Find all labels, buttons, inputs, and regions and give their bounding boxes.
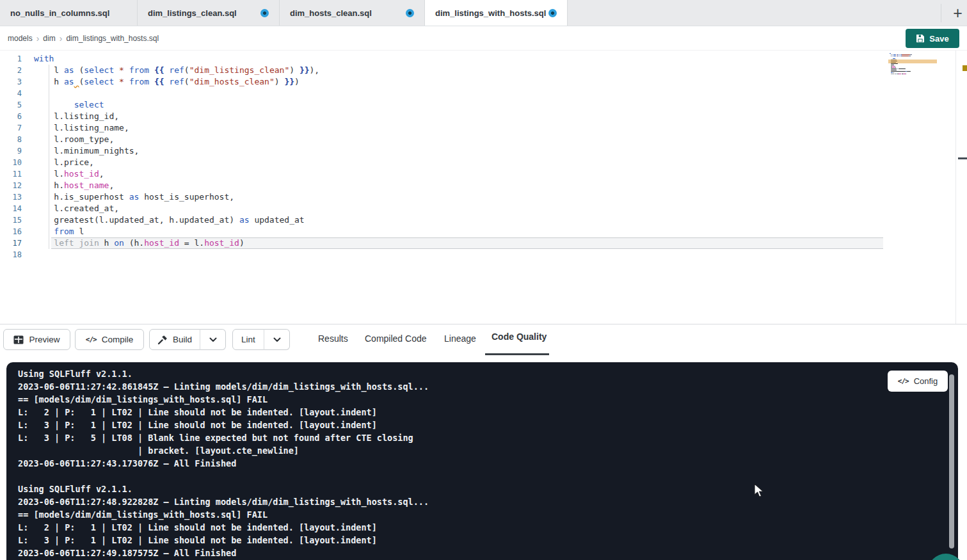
code-line: l.listing_id, (34, 111, 119, 122)
tab-label: dim_hosts_clean.sql (290, 8, 372, 18)
code-line: l.listing_name, (34, 122, 129, 134)
terminal-line: 2023-06-06T11:27:42.861845Z — Linting mo… (18, 380, 881, 393)
unsaved-changes-icon (406, 9, 414, 17)
code-line: l.minimum_nights, (34, 145, 139, 157)
minimap-line (897, 68, 898, 69)
breadcrumb-item: models (8, 34, 33, 43)
code-line: h.host_name, (34, 180, 114, 191)
line-number: 1 (0, 53, 22, 65)
preview-button[interactable]: Preview (3, 329, 70, 350)
terminal-line: Using SQLFluff v2.1.1. (18, 367, 881, 380)
dbt-ide-window: no_nulls_in_columns.sqldim_listings_clea… (0, 0, 967, 560)
save-button[interactable]: Save (906, 29, 959, 48)
minimap-line (891, 74, 895, 74)
result-tab-compiled-code[interactable]: Compiled Code (365, 333, 427, 344)
terminal-line: Using SQLFluff v2.1.1. (18, 483, 881, 495)
editor-tab[interactable]: dim_listings_with_hosts.sql (425, 0, 568, 26)
line-number: 5 (0, 99, 22, 111)
code-line: l.created_at, (34, 203, 119, 214)
minimap-line (899, 68, 906, 69)
terminal-line: 2023-06-06T11:27:43.173076Z — All Finish… (18, 457, 881, 470)
table-grid-icon (13, 335, 24, 344)
line-number: 10 (0, 157, 22, 168)
save-icon (916, 34, 925, 43)
config-label: Config (914, 376, 938, 386)
terminal-line: L: 3 | P: 1 | LT02 | Line should not be … (18, 419, 881, 431)
minimap-line (896, 74, 897, 74)
editor-tab[interactable]: no_nulls_in_columns.sql (0, 0, 138, 26)
terminal-line: == [models/dim/dim_listings_with_hosts.s… (18, 508, 881, 521)
editor-tab[interactable]: dim_hosts_clean.sql (280, 0, 425, 26)
line-number: 12 (0, 180, 22, 191)
lint-button[interactable]: Lint (232, 329, 264, 350)
code-line: h as (select * from {{ ref("dim_hosts_cl… (34, 76, 300, 88)
line-number: 7 (0, 122, 22, 134)
unsaved-changes-icon (260, 9, 269, 17)
terminal-panel: Using SQLFluff v2.1.1.2023-06-06T11:27:4… (6, 362, 958, 560)
tab-bar-divider (941, 4, 941, 22)
terminal-line: L: 2 | P: 1 | LT02 | Line should not be … (18, 406, 881, 419)
line-number: 15 (0, 214, 22, 226)
minimap-line (906, 74, 906, 74)
minimap[interactable] (890, 53, 936, 81)
tab-strip: no_nulls_in_columns.sqldim_listings_clea… (0, 0, 568, 26)
code-line: greatest(l.updated_at, h.updated_at) as … (34, 214, 305, 226)
compile-label: Compile (102, 335, 134, 344)
line-number: 3 (0, 76, 22, 88)
minimap-line (893, 56, 896, 56)
chevron-down-icon (209, 337, 217, 342)
line-number: 2 (0, 65, 22, 76)
code-line: h.is_superhost as host_is_superhost, (34, 191, 234, 203)
terminal-line: L: 3 | P: 1 | LT02 | Line should not be … (18, 534, 881, 547)
file-tab-bar: no_nulls_in_columns.sqldim_listings_clea… (0, 0, 967, 26)
unsaved-changes-icon (548, 9, 557, 17)
line-number: 14 (0, 203, 22, 214)
line-number: 13 (0, 191, 22, 203)
compile-button[interactable]: </> Compile (75, 329, 144, 350)
result-tab-code-quality[interactable]: Code Quality (491, 332, 547, 342)
breadcrumb-row: models›dim›dim_listings_with_hosts.sql S… (0, 26, 967, 51)
terminal-line: == [models/dim/dim_listings_with_hosts.s… (18, 393, 881, 406)
minimap-line (899, 56, 900, 56)
breadcrumb-item: dim_listings_with_hosts.sql (66, 34, 159, 43)
line-number: 11 (0, 168, 22, 180)
code-line: l.room_type, (34, 134, 114, 145)
code-editor[interactable]: 123456789101112131415161718 with l as (s… (0, 51, 967, 324)
result-tab-results[interactable]: Results (318, 333, 348, 344)
build-options-caret[interactable] (200, 329, 226, 350)
minimap-line (907, 71, 911, 72)
line-number: 9 (0, 145, 22, 157)
terminal-line: L: 2 | P: 1 | LT02 | Line should not be … (18, 521, 881, 534)
minimap-line (902, 56, 909, 56)
terminal-output: Using SQLFluff v2.1.1.2023-06-06T11:27:4… (18, 367, 881, 559)
line-number: 18 (0, 249, 22, 260)
line-number: 6 (0, 111, 22, 122)
line-number: 17 (0, 237, 22, 249)
code-line: with (34, 53, 54, 65)
code-line: l as (select * from {{ ref("dim_listings… (34, 65, 319, 76)
new-tab-button[interactable]: + (948, 0, 967, 26)
overview-ruler-divider (955, 51, 956, 324)
minimap-line (911, 54, 912, 55)
save-label: Save (929, 34, 948, 44)
terminal-line: | bracket. [layout.cte_newline] (18, 444, 881, 457)
build-button[interactable]: Build (149, 329, 200, 350)
minimap-line (910, 56, 911, 56)
config-button[interactable]: </> Config (888, 371, 948, 392)
preview-label: Preview (29, 335, 60, 344)
overview-ruler-cursor-marker (958, 157, 967, 159)
code-brackets-icon: </> (898, 377, 909, 385)
result-tab-lineage[interactable]: Lineage (444, 333, 476, 344)
editor-tab[interactable]: dim_listings_clean.sql (138, 0, 280, 26)
tab-label: dim_listings_clean.sql (148, 8, 237, 18)
code-line: from l (34, 226, 84, 237)
code-line: l.host_id, (34, 168, 104, 180)
line-number: 4 (0, 88, 22, 99)
chevron-down-icon (273, 337, 281, 342)
code-line: select (34, 99, 104, 111)
lint-options-caret[interactable] (264, 329, 290, 350)
line-number: 8 (0, 134, 22, 145)
terminal-scrollbar[interactable] (949, 374, 954, 548)
terminal-line: 2023-06-06T11:27:48.922828Z — Linting mo… (18, 495, 881, 508)
code-brackets-icon: </> (86, 335, 97, 344)
